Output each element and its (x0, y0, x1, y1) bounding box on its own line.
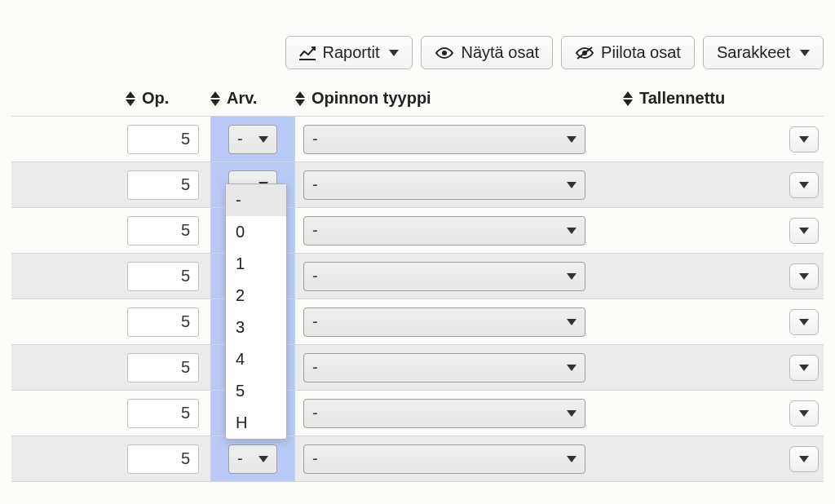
caret-down-icon (799, 228, 809, 234)
op-input[interactable] (127, 399, 199, 428)
arv-select[interactable]: - (228, 125, 277, 154)
type-value: - (312, 404, 318, 422)
arv-option[interactable]: 3 (226, 312, 286, 343)
type-select[interactable]: - (303, 444, 585, 474)
arv-select[interactable]: - (228, 444, 277, 474)
type-value: - (312, 175, 318, 194)
grid: - - - - (11, 116, 824, 482)
table-row: - - (11, 117, 824, 162)
arv-option[interactable]: 2 (226, 280, 286, 312)
row-actions-button[interactable] (789, 172, 819, 198)
caret-down-icon (799, 136, 809, 143)
op-input[interactable] (127, 262, 199, 291)
table-row: - - (11, 391, 824, 436)
row-actions-button[interactable] (789, 355, 819, 381)
op-input[interactable] (127, 170, 199, 200)
row-actions-button[interactable] (789, 309, 819, 335)
header-saved-label: Tallennettu (639, 89, 725, 108)
op-input[interactable] (127, 125, 199, 154)
toolbar-spacer (117, 36, 277, 69)
eye-off-icon (575, 46, 594, 60)
reports-button[interactable]: Raportit (285, 36, 413, 69)
chevron-down-icon (567, 228, 577, 234)
columns-button[interactable]: Sarakkeet (703, 36, 824, 69)
chevron-down-icon (258, 136, 268, 143)
table-row: - - (11, 208, 824, 254)
type-select[interactable]: - (303, 216, 585, 245)
header-op[interactable]: Op. (126, 89, 210, 108)
type-select[interactable]: - (303, 353, 585, 382)
header-arv-label: Arv. (227, 89, 257, 108)
arv-option[interactable]: 5 (226, 375, 286, 407)
eye-icon (435, 46, 454, 60)
svg-point-1 (442, 51, 447, 55)
caret-down-icon (389, 50, 399, 56)
table-row: - - (11, 345, 824, 391)
header-type-label: Opinnon tyyppi (311, 89, 431, 108)
chart-icon (299, 46, 316, 60)
chevron-down-icon (567, 456, 577, 462)
caret-down-icon (800, 50, 810, 56)
show-parts-label: Näytä osat (461, 43, 539, 62)
sort-icon (295, 91, 305, 106)
type-value: - (312, 449, 318, 468)
chevron-down-icon (567, 136, 577, 143)
type-select[interactable]: - (303, 170, 585, 200)
arv-dropdown-list[interactable]: -012345H (225, 183, 287, 440)
arv-value: - (237, 449, 243, 468)
sort-icon (623, 91, 633, 106)
op-input[interactable] (127, 444, 199, 474)
table-row: - - (11, 299, 824, 345)
table-row: - - (11, 254, 824, 299)
chevron-down-icon (567, 182, 577, 188)
caret-down-icon (799, 410, 809, 417)
row-actions-button[interactable] (789, 126, 819, 153)
arv-option[interactable]: 4 (226, 343, 286, 375)
type-select[interactable]: - (303, 125, 585, 154)
table-row: - - (11, 436, 824, 482)
op-input[interactable] (127, 216, 199, 245)
caret-down-icon (799, 319, 809, 325)
row-actions-button[interactable] (789, 446, 819, 472)
caret-down-icon (799, 365, 809, 371)
toolbar: Raportit Näytä osat Piilota osat Sarakke… (11, 0, 824, 84)
type-select[interactable]: - (303, 262, 585, 291)
arv-option[interactable]: 0 (226, 216, 286, 248)
type-value: - (312, 358, 318, 377)
header-type[interactable]: Opinnon tyyppi (295, 89, 612, 108)
columns-label: Sarakkeet (717, 43, 790, 62)
row-actions-button[interactable] (789, 400, 819, 427)
type-value: - (312, 267, 318, 285)
arv-option[interactable]: H (226, 407, 286, 439)
arv-value: - (237, 130, 243, 148)
row-actions-button[interactable] (789, 263, 819, 290)
sort-icon (126, 91, 135, 106)
sort-icon (210, 91, 220, 106)
chevron-down-icon (567, 410, 577, 417)
caret-down-icon (799, 182, 809, 188)
chevron-down-icon (567, 365, 577, 371)
chevron-down-icon (567, 319, 577, 325)
header-arv[interactable]: Arv. (210, 89, 295, 108)
column-headers: Op. Arv. Opinnon tyyppi Tallennettu (11, 89, 824, 108)
op-input[interactable] (127, 353, 199, 382)
header-saved[interactable]: Tallennettu (612, 89, 824, 108)
caret-down-icon (799, 456, 809, 462)
op-input[interactable] (127, 307, 199, 337)
type-select[interactable]: - (303, 307, 585, 337)
table-row: - - (11, 162, 824, 208)
show-parts-button[interactable]: Näytä osat (421, 36, 553, 69)
arv-option[interactable]: - (226, 184, 286, 216)
chevron-down-icon (567, 273, 577, 280)
type-select[interactable]: - (303, 399, 585, 428)
hide-parts-button[interactable]: Piilota osat (561, 36, 695, 69)
arv-option[interactable]: 1 (226, 248, 286, 280)
hide-parts-label: Piilota osat (601, 43, 681, 62)
row-actions-button[interactable] (789, 218, 819, 244)
header-op-label: Op. (142, 89, 169, 108)
chevron-down-icon (258, 456, 268, 462)
type-value: - (312, 312, 318, 331)
caret-down-icon (799, 273, 809, 280)
type-value: - (312, 221, 318, 240)
reports-label: Raportit (322, 43, 379, 62)
